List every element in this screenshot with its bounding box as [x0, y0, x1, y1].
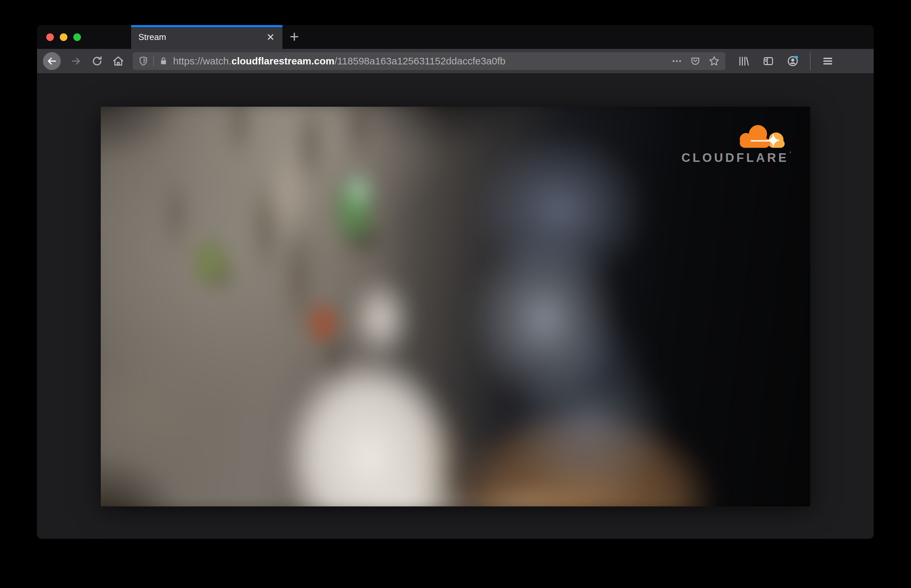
back-arrow-icon: [45, 55, 58, 67]
tab-stream[interactable]: Stream ✕: [131, 25, 283, 49]
cloudflare-wordmark: CLOUDFLARE’: [682, 151, 790, 165]
blurred-cat-video-frame: [101, 107, 810, 506]
page-content: CLOUDFLARE’: [37, 74, 874, 539]
page-actions-ellipsis-icon[interactable]: [671, 55, 682, 67]
url-domain: cloudflarestream.com: [231, 55, 334, 66]
toolbar-separator: [810, 52, 811, 70]
window-close-button[interactable]: [46, 33, 54, 41]
tab-bar: Stream ✕ +: [37, 25, 874, 49]
home-icon: [112, 55, 124, 67]
tracking-protection-shield-icon[interactable]: [138, 56, 149, 66]
reload-button[interactable]: [87, 52, 108, 70]
cloudflare-logo: CLOUDFLARE’: [682, 123, 790, 165]
url-path: /118598a163a125631152ddaccfe3a0fb: [334, 55, 506, 66]
account-icon: [787, 55, 799, 67]
urlbar-actions: [671, 55, 720, 67]
navigation-toolbar: https://watch.cloudflarestream.com/11859…: [37, 49, 874, 74]
sidebar-icon: [762, 55, 774, 67]
tab-close-button[interactable]: ✕: [264, 31, 277, 44]
account-button[interactable]: [782, 52, 803, 70]
screenshot-stage: Stream ✕ + https://wa: [0, 0, 911, 588]
urlbar-separator: [153, 56, 154, 66]
bookmark-star-icon[interactable]: [708, 55, 720, 67]
forward-button[interactable]: [65, 52, 87, 70]
tab-title: Stream: [138, 32, 166, 42]
back-button[interactable]: [43, 52, 61, 70]
library-button[interactable]: [733, 52, 754, 70]
video-player[interactable]: CLOUDFLARE’: [101, 107, 810, 506]
hamburger-menu-icon: [822, 55, 834, 67]
lock-icon[interactable]: [158, 56, 168, 66]
menu-button[interactable]: [817, 52, 838, 70]
window-zoom-button[interactable]: [73, 33, 81, 41]
pocket-icon[interactable]: [690, 55, 701, 67]
browser-window: Stream ✕ + https://wa: [37, 25, 874, 539]
sidebar-button[interactable]: [758, 52, 779, 70]
account-notification-dot: [795, 56, 798, 59]
url-text: https://watch.cloudflarestream.com/11859…: [173, 55, 506, 67]
new-tab-button[interactable]: +: [283, 25, 306, 49]
forward-arrow-icon: [70, 55, 82, 67]
trademark-tick: ’: [790, 151, 791, 157]
cloudflare-cloud-icon: [733, 123, 790, 150]
toolbar-right-cluster: [733, 52, 838, 70]
home-button[interactable]: [108, 52, 129, 70]
reload-icon: [91, 55, 103, 67]
url-bar[interactable]: https://watch.cloudflarestream.com/11859…: [133, 52, 725, 70]
window-minimize-button[interactable]: [60, 33, 67, 41]
traffic-lights: [37, 25, 87, 49]
url-scheme: https://watch.: [173, 55, 231, 66]
library-icon: [738, 55, 750, 67]
